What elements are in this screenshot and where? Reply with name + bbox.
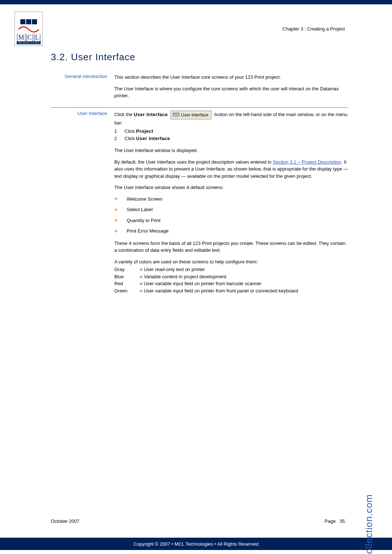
step-1-text: Click Project [124, 128, 153, 135]
general-intro-label: General introduction [51, 74, 114, 104]
color-red-meaning: = User variable input field on printer f… [140, 280, 348, 287]
logo-squares-icon [20, 19, 37, 24]
screen-select-label: ❖Select Label [114, 206, 348, 213]
step-2-text: Click User Interface [124, 135, 170, 142]
svg-point-4 [176, 116, 177, 117]
svg-point-3 [175, 116, 176, 117]
user-interface-section: User Interface Click the User Interface … [51, 111, 348, 298]
user-interface-label: User Interface [51, 111, 114, 295]
color-blue-meaning: = Variable content in project developmen… [140, 273, 348, 280]
color-blue-name: Blue [114, 273, 140, 280]
ui-button-label: User Interface [181, 112, 208, 118]
user-interface-body: Click the User Interface User Interface … [114, 111, 348, 295]
click-bold: User Interface [134, 112, 168, 117]
top-bar [0, 0, 392, 4]
color-red-name: Red [114, 280, 140, 287]
footer-date: October 2007 [51, 518, 79, 524]
logo-wave-icon [18, 26, 40, 34]
bullet-icon: ❖ [114, 207, 119, 213]
page-body: MCL TECHNOLOGIES Chapter 3 : Creating a … [0, 4, 392, 538]
bullet-icon: ❖ [114, 228, 119, 234]
colors-intro: A variety of colors are used on these sc… [114, 258, 348, 266]
section-3-1-link[interactable]: Section 3.1 – Project Description [273, 159, 341, 165]
section-heading: 3.2. User Interface [51, 52, 348, 63]
footer-meta: October 2007 Page 35 [51, 518, 345, 524]
color-green-meaning: = User variable input field on printer f… [140, 287, 348, 295]
copyright-bar: Copyright © 2007 • MCL Technologies • Al… [0, 538, 392, 550]
screen-error: ❖Print Error Message [114, 227, 348, 235]
intro-para-1: This section describes the User Interfac… [114, 74, 348, 81]
svg-rect-1 [173, 114, 179, 115]
footer-page: Page 35 [324, 518, 345, 524]
color-gray-meaning: = User read-only text on printer [140, 266, 348, 273]
logo-tech-label: TECHNOLOGIES [17, 41, 41, 44]
window-displayed: The User Interface window is displayed. [114, 147, 348, 154]
svg-point-5 [177, 116, 178, 117]
defaults-pre: By default, the User Interface uses the … [114, 159, 273, 165]
click-pre: Click the [114, 112, 134, 117]
mcl-logo: MCL TECHNOLOGIES [15, 12, 43, 46]
copyright-text: Copyright © 2007 • MCL Technologies • Al… [134, 541, 259, 547]
bullet-icon: ❖ [114, 217, 119, 223]
logo-letters: MCL [17, 34, 40, 41]
content: 3.2. User Interface General introduction… [51, 52, 348, 298]
user-interface-button[interactable]: User Interface [171, 111, 212, 119]
click-instruction: Click the User Interface User Interface … [114, 111, 348, 127]
color-gray-name: Gray [114, 266, 140, 273]
four-screens-intro: The User Interface window shows 4 defaul… [114, 184, 348, 191]
color-green-name: Green [114, 287, 140, 295]
svg-point-2 [174, 116, 175, 117]
step-1-num: 1 [114, 128, 124, 135]
menu-steps: 1Click Project 2Click User Interface [114, 128, 348, 142]
step-2-num: 2 [114, 135, 124, 142]
chapter-header: Chapter 3 : Creating a Project [15, 12, 348, 32]
screen-welcome: ❖Welcome Screen [114, 196, 348, 203]
side-url: ❖www.mcl-collection.com [363, 494, 375, 554]
intro-para-2: The User Interface is where you configur… [114, 85, 348, 99]
general-intro-section: General introduction This section descri… [51, 74, 348, 108]
defaults-para: By default, the User Interface uses the … [114, 159, 348, 180]
four-basis-para: These 4 screens form the basis of all 12… [114, 240, 348, 254]
bullet-icon: ❖ [114, 196, 119, 202]
screen-quantity: ❖Quantity to Print [114, 217, 348, 224]
general-intro-body: This section describes the User Interfac… [114, 74, 348, 104]
color-legend: Gray= User read-only text on printer Blu… [114, 266, 348, 294]
printer-screen-icon [172, 112, 180, 118]
default-screens-list: ❖Welcome Screen ❖Select Label ❖Quantity … [114, 196, 348, 235]
